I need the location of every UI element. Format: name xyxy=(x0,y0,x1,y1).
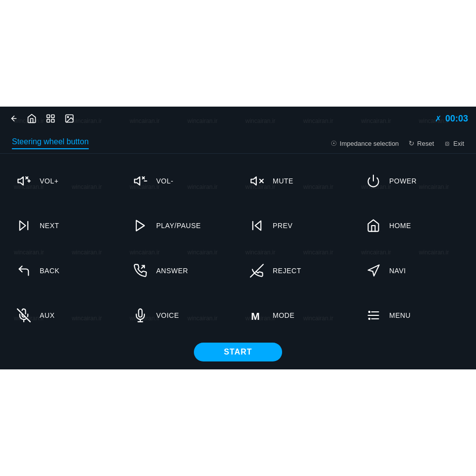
exit-icon: ⦻ xyxy=(444,139,451,147)
vol-minus-icon xyxy=(131,174,149,188)
btn-menu[interactable]: MENU xyxy=(355,293,471,338)
top-bar: ✗ 00:03 xyxy=(0,107,476,130)
recent-nav-icon[interactable] xyxy=(46,114,56,123)
btn-home[interactable]: HOME xyxy=(355,203,471,248)
navi-label: NAVI xyxy=(389,267,406,275)
aux-label: AUX xyxy=(40,311,55,319)
nav-icons xyxy=(8,114,74,123)
playpause-label: PLAY/PAUSE xyxy=(156,222,201,230)
btn-vol-minus[interactable]: VOL- xyxy=(121,159,238,203)
exit-button[interactable]: ⦻ Exit xyxy=(444,139,464,147)
answer-label: ANSWER xyxy=(156,267,188,275)
vol-minus-label: VOL- xyxy=(156,177,174,185)
mute-icon xyxy=(248,174,266,188)
svg-point-38 xyxy=(369,318,370,319)
back-label: BACK xyxy=(40,267,60,275)
playpause-icon xyxy=(131,219,149,233)
power-label: POWER xyxy=(389,177,416,185)
vol-plus-icon xyxy=(15,174,33,188)
header-row: Steering wheel button ☉ Impedance select… xyxy=(0,130,476,154)
btn-prev[interactable]: PREV xyxy=(238,203,355,248)
btn-voice[interactable]: VOICE xyxy=(121,293,238,338)
home-label: HOME xyxy=(389,222,411,230)
svg-rect-2 xyxy=(52,115,55,118)
menu-label: MENU xyxy=(389,311,411,319)
prev-label: PREV xyxy=(273,222,293,230)
btn-playpause[interactable]: PLAY/PAUSE xyxy=(121,203,238,248)
btn-back[interactable]: BACK xyxy=(5,248,121,293)
prev-icon xyxy=(248,219,266,233)
bluetooth-icon: ✗ xyxy=(435,114,441,123)
time-display: 00:03 xyxy=(445,114,468,124)
back-icon xyxy=(15,264,33,278)
svg-rect-1 xyxy=(47,115,50,118)
home-icon xyxy=(364,219,382,233)
mute-label: MUTE xyxy=(273,177,294,185)
reset-button[interactable]: ↻ Reset xyxy=(409,139,434,147)
btn-power[interactable]: POWER xyxy=(355,159,471,203)
svg-marker-22 xyxy=(136,221,144,231)
reset-icon: ↻ xyxy=(409,139,415,147)
menu-icon xyxy=(364,308,382,322)
buttons-grid: VOL+ VOL- MUTE POWER NEXT PLAY/PAUSE PRE… xyxy=(0,154,476,338)
svg-marker-7 xyxy=(18,177,23,185)
impedance-selection-button[interactable]: ☉ Impedance selection xyxy=(331,139,399,147)
svg-text:M: M xyxy=(251,310,259,322)
top-bar-right: ✗ 00:03 xyxy=(435,114,468,124)
mode-label: MODE xyxy=(273,311,295,319)
svg-marker-20 xyxy=(20,221,26,231)
reject-label: REJECT xyxy=(273,267,301,275)
svg-rect-4 xyxy=(52,119,55,122)
start-row: START xyxy=(0,338,476,369)
svg-marker-24 xyxy=(255,221,261,231)
gallery-nav-icon[interactable] xyxy=(64,114,74,123)
device-screen: wincairan.irwincairan.irwincairan.irwinc… xyxy=(0,107,476,369)
back-nav-icon[interactable] xyxy=(8,114,18,123)
vol-plus-label: VOL+ xyxy=(40,177,59,185)
voice-icon xyxy=(131,308,149,322)
btn-answer[interactable]: ANSWER xyxy=(121,248,238,293)
btn-reject[interactable]: REJECT xyxy=(238,248,355,293)
svg-marker-12 xyxy=(134,177,140,185)
mode-icon: M xyxy=(248,308,266,322)
navi-icon xyxy=(364,264,382,278)
next-label: NEXT xyxy=(40,222,59,230)
home-nav-icon[interactable] xyxy=(27,114,37,123)
reject-icon xyxy=(248,264,266,278)
btn-vol-plus[interactable]: VOL+ xyxy=(5,159,121,203)
answer-icon xyxy=(131,264,149,278)
shield-icon: ☉ xyxy=(331,139,337,147)
svg-point-37 xyxy=(369,311,370,312)
btn-navi[interactable]: NAVI xyxy=(355,248,471,293)
header-actions: ☉ Impedance selection ↻ Reset ⦻ Exit xyxy=(331,139,464,147)
content-area: Steering wheel button ☉ Impedance select… xyxy=(0,130,476,369)
btn-mute[interactable]: MUTE xyxy=(238,159,355,203)
aux-icon xyxy=(15,308,33,322)
btn-next[interactable]: NEXT xyxy=(5,203,121,248)
next-icon xyxy=(15,219,33,233)
btn-aux[interactable]: AUX xyxy=(5,293,121,338)
svg-point-6 xyxy=(67,117,69,118)
svg-rect-3 xyxy=(47,119,50,122)
btn-mode[interactable]: M MODE xyxy=(238,293,355,338)
svg-marker-16 xyxy=(251,177,256,185)
page-title: Steering wheel button xyxy=(12,137,89,149)
power-icon xyxy=(364,174,382,188)
voice-label: VOICE xyxy=(156,311,179,319)
start-button[interactable]: START xyxy=(194,343,282,361)
svg-marker-28 xyxy=(368,265,379,276)
